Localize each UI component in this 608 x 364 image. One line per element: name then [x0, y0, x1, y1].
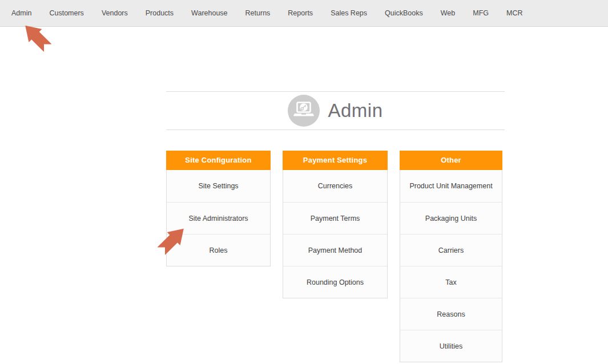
nav-item-mcr[interactable]: MCR [506, 9, 522, 17]
item-carriers[interactable]: Carriers [400, 234, 502, 266]
nav-item-web[interactable]: Web [441, 9, 455, 17]
nav-item-sales-reps[interactable]: Sales Reps [331, 9, 367, 17]
card-other: Other Product Unit Management Packaging … [400, 151, 502, 362]
card-header-payment-settings: Payment Settings [283, 151, 388, 170]
nav-item-reports[interactable]: Reports [288, 9, 313, 17]
nav-item-quickbooks[interactable]: QuickBooks [385, 9, 423, 17]
nav-item-admin[interactable]: Admin [11, 9, 31, 17]
card-body-payment-settings: Currencies Payment Terms Payment Method … [283, 170, 388, 298]
page-title: Admin [328, 100, 382, 122]
item-product-unit-management[interactable]: Product Unit Management [400, 170, 502, 202]
nav-item-warehouse[interactable]: Warehouse [191, 9, 227, 17]
card-header-other: Other [400, 151, 502, 170]
card-body-other: Product Unit Management Packaging Units … [400, 170, 502, 362]
item-reasons[interactable]: Reasons [400, 298, 502, 330]
top-navbar: Admin Customers Vendors Products Warehou… [0, 0, 608, 27]
card-site-configuration: Site Configuration Site Settings Site Ad… [166, 151, 271, 266]
page-header: Admin [166, 91, 505, 130]
item-rounding-options[interactable]: Rounding Options [283, 266, 387, 298]
item-packaging-units[interactable]: Packaging Units [400, 202, 502, 234]
item-site-administrators[interactable]: Site Administrators [167, 202, 270, 234]
nav-item-vendors[interactable]: Vendors [102, 9, 128, 17]
item-payment-method[interactable]: Payment Method [283, 234, 387, 266]
item-site-settings[interactable]: Site Settings [167, 170, 270, 202]
card-body-site-configuration: Site Settings Site Administrators Roles [166, 170, 271, 266]
item-currencies[interactable]: Currencies [283, 170, 387, 202]
nav-item-customers[interactable]: Customers [49, 9, 83, 17]
item-utilities[interactable]: Utilities [400, 330, 502, 362]
card-payment-settings: Payment Settings Currencies Payment Term… [283, 151, 388, 298]
nav-item-returns[interactable]: Returns [245, 9, 271, 17]
nav-item-mfg[interactable]: MFG [473, 9, 489, 17]
card-header-site-configuration: Site Configuration [166, 151, 271, 170]
item-roles[interactable]: Roles [167, 234, 270, 266]
item-tax[interactable]: Tax [400, 266, 502, 298]
admin-laptop-key-icon [288, 95, 320, 127]
nav-item-products[interactable]: Products [146, 9, 174, 17]
item-payment-terms[interactable]: Payment Terms [283, 202, 387, 234]
